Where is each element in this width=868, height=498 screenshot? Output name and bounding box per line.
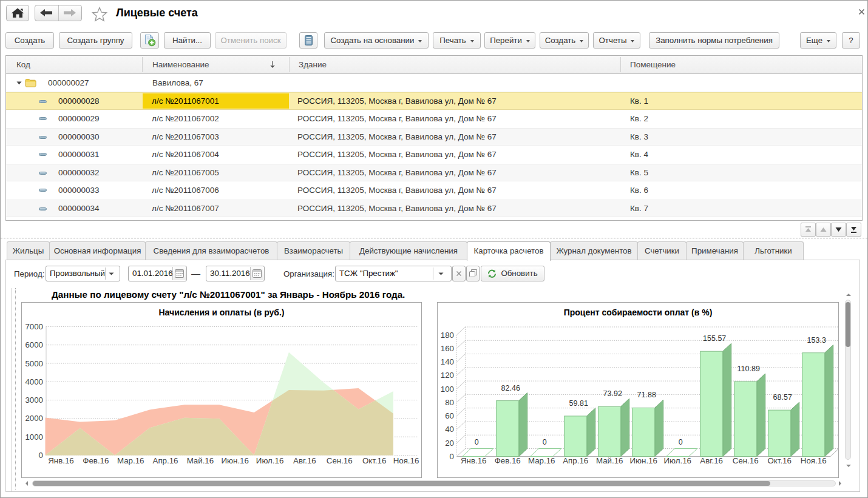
svg-text:Авг.16: Авг.16 — [293, 456, 316, 465]
svg-text:Янв.16: Янв.16 — [48, 456, 74, 465]
svg-text:Фев.16: Фев.16 — [83, 456, 109, 465]
svg-text:Окт.16: Окт.16 — [362, 456, 386, 465]
svg-text:Фев.16: Фев.16 — [495, 456, 521, 465]
svg-text:20: 20 — [445, 439, 454, 448]
svg-text:Ноя.16: Ноя.16 — [393, 456, 419, 465]
svg-text:Апр.16: Апр.16 — [153, 456, 178, 465]
svg-text:82.46: 82.46 — [501, 384, 520, 392]
svg-text:140: 140 — [441, 357, 454, 366]
svg-text:100: 100 — [441, 385, 454, 394]
svg-text:Мар.16: Мар.16 — [528, 456, 555, 465]
svg-text:Июн.16: Июн.16 — [630, 456, 657, 465]
svg-text:0: 0 — [679, 438, 683, 446]
svg-text:Апр.16: Апр.16 — [563, 456, 588, 465]
svg-text:4000: 4000 — [25, 377, 43, 386]
svg-text:Июн.16: Июн.16 — [222, 456, 249, 465]
svg-text:3000: 3000 — [25, 395, 43, 405]
svg-text:Май.16: Май.16 — [596, 456, 623, 465]
svg-text:Процент собираемости оплат (в: Процент собираемости оплат (в %) — [564, 308, 713, 317]
svg-text:1000: 1000 — [25, 432, 43, 442]
svg-text:7000: 7000 — [25, 322, 43, 331]
svg-text:Начисления и оплаты (в руб.): Начисления и оплаты (в руб.) — [158, 308, 284, 317]
svg-text:Авг.16: Авг.16 — [700, 456, 723, 465]
svg-text:59.81: 59.81 — [569, 399, 588, 408]
svg-text:110.89: 110.89 — [737, 365, 760, 373]
svg-text:Мар.16: Мар.16 — [117, 456, 144, 465]
svg-text:155.57: 155.57 — [703, 334, 726, 343]
svg-text:0: 0 — [450, 452, 454, 461]
svg-text:180: 180 — [441, 331, 454, 340]
svg-text:80: 80 — [445, 398, 454, 407]
svg-text:160: 160 — [441, 344, 454, 353]
svg-text:Ноя.16: Ноя.16 — [801, 456, 827, 465]
svg-text:0: 0 — [475, 438, 479, 446]
svg-text:40: 40 — [445, 425, 454, 434]
svg-text:0: 0 — [39, 451, 43, 460]
svg-text:Сен.16: Сен.16 — [733, 456, 759, 465]
svg-text:120: 120 — [441, 371, 454, 380]
svg-text:Сен.16: Сен.16 — [327, 456, 353, 465]
svg-text:Май.16: Май.16 — [187, 456, 214, 465]
svg-text:Июл.16: Июл.16 — [663, 456, 691, 465]
svg-text:6000: 6000 — [25, 340, 43, 349]
svg-text:5000: 5000 — [25, 359, 43, 368]
svg-text:Янв.16: Янв.16 — [461, 456, 487, 465]
svg-text:Окт.16: Окт.16 — [767, 456, 791, 465]
svg-text:73.92: 73.92 — [603, 389, 622, 398]
svg-text:2000: 2000 — [25, 414, 43, 423]
svg-text:Июл.16: Июл.16 — [256, 456, 283, 465]
svg-text:71.88: 71.88 — [637, 391, 656, 399]
svg-text:0: 0 — [543, 438, 547, 446]
svg-text:153.3: 153.3 — [807, 336, 826, 345]
svg-text:68.57: 68.57 — [773, 393, 792, 402]
svg-text:60: 60 — [445, 411, 454, 420]
